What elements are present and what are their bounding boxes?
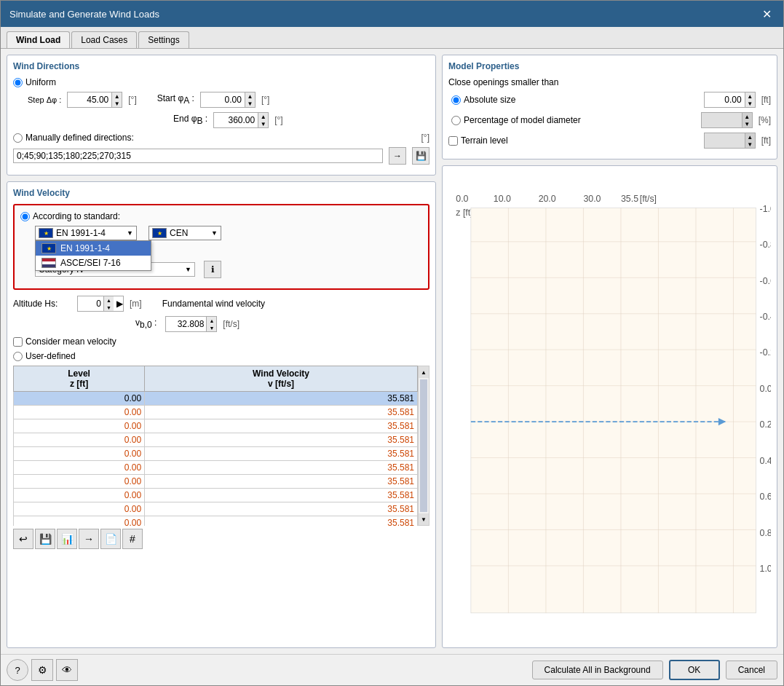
table-row[interactable]: 0.0035.581: [14, 419, 418, 433]
standard-radio-label[interactable]: According to standard:: [20, 211, 120, 221]
altitude-input[interactable]: ▲ ▼ ▶: [77, 296, 124, 312]
start-value-input[interactable]: [201, 93, 245, 106]
step-down-btn[interactable]: ▼: [111, 100, 122, 107]
terrain-checkbox[interactable]: [448, 136, 458, 146]
scroll-thumb[interactable]: [420, 379, 427, 512]
end-up-btn[interactable]: ▲: [258, 113, 268, 120]
altitude-value-input[interactable]: [78, 298, 103, 310]
table-import-btn[interactable]: ↩: [13, 529, 33, 549]
start-up-btn[interactable]: ▲: [245, 92, 255, 100]
info-btn[interactable]: ℹ: [204, 261, 221, 278]
table-row[interactable]: 0.0035.581: [14, 392, 418, 406]
vb0-value-input[interactable]: [166, 318, 206, 330]
user-defined-radio[interactable]: [13, 352, 23, 361]
scroll-up-btn[interactable]: ▲: [419, 366, 429, 378]
dropdown-item-asce[interactable]: ASCE/SEI 7-16: [36, 256, 151, 270]
table-chart-btn[interactable]: 📊: [57, 529, 77, 549]
standard-dropdown-container: ★ EN 1991-1-4 ▼ ★ EN 1991-1-4: [35, 226, 137, 240]
abs-up-btn[interactable]: ▲: [745, 92, 755, 100]
eu-flag-small-icon: ★: [41, 243, 56, 253]
end-down-btn[interactable]: ▼: [258, 120, 268, 127]
mean-vel-checkbox-label[interactable]: Consider mean velocity: [13, 336, 116, 347]
start-input[interactable]: ▲ ▼: [200, 92, 256, 108]
table-save-btn[interactable]: 💾: [35, 529, 55, 549]
table-row[interactable]: 0.0035.581: [14, 461, 418, 475]
mean-vel-checkbox[interactable]: [13, 337, 23, 347]
table-row[interactable]: 0.0035.581: [14, 447, 418, 461]
abs-down-btn[interactable]: ▼: [745, 100, 755, 107]
table-row[interactable]: 0.0035.581: [14, 502, 418, 516]
eu-flag-icon: ★: [39, 228, 53, 238]
terrain-input[interactable]: ▲ ▼: [704, 133, 756, 149]
pct-down-btn[interactable]: ▼: [742, 120, 752, 127]
uniform-radio-label[interactable]: Uniform: [13, 77, 56, 87]
percentage-input[interactable]: ▲ ▼: [701, 112, 753, 128]
pct-up-btn[interactable]: ▲: [742, 113, 752, 120]
uniform-radio[interactable]: [13, 78, 23, 87]
absolute-radio-label[interactable]: Absolute size: [451, 95, 515, 105]
y-tick-08: 0.8: [760, 528, 771, 538]
step-input[interactable]: ▲ ▼: [67, 92, 122, 108]
altitude-down-btn[interactable]: ▼: [103, 304, 114, 311]
percentage-radio-label[interactable]: Percentage of model diameter: [451, 115, 581, 125]
y-tick-m08: -0.8: [760, 240, 771, 250]
table-row[interactable]: 0.0035.581: [14, 433, 418, 447]
manual-radio-label[interactable]: Manually defined directions:: [13, 133, 134, 143]
standard-radio[interactable]: [20, 212, 30, 221]
absolute-input[interactable]: ▲ ▼: [704, 92, 756, 108]
table-row[interactable]: 0.0035.581: [14, 516, 418, 527]
scroll-down-btn[interactable]: ▼: [419, 513, 429, 525]
table-row[interactable]: 0.0035.581: [14, 489, 418, 502]
step-up-btn[interactable]: ▲: [111, 92, 122, 100]
help-btn[interactable]: ?: [7, 659, 28, 681]
absolute-radio[interactable]: [451, 95, 461, 105]
tab-wind-load[interactable]: Wind Load: [7, 31, 70, 48]
terrain-down-btn[interactable]: ▼: [745, 141, 755, 148]
view-btn[interactable]: 👁: [56, 659, 78, 681]
category-arrow-icon: ▼: [185, 266, 191, 273]
absolute-size-row: Absolute size ▲ ▼ [ft]: [451, 92, 771, 108]
settings-btn[interactable]: ⚙: [31, 659, 53, 681]
table-scrollbar[interactable]: ▲ ▼: [418, 366, 429, 526]
terrain-up-btn[interactable]: ▲: [745, 133, 755, 141]
wind-directions-section: Wind Directions Uniform Step Δφ : ▲: [7, 55, 436, 176]
save-directions-btn[interactable]: 💾: [412, 147, 429, 165]
table-doc-btn[interactable]: 📄: [100, 529, 121, 549]
percentage-radio[interactable]: [451, 116, 461, 125]
y-tick-m04: -0.4: [760, 312, 771, 322]
dropdown-item-en1991[interactable]: ★ EN 1991-1-4: [36, 241, 151, 256]
vb0-up-btn[interactable]: ▲: [206, 317, 216, 324]
table-scroll[interactable]: Levelz [ft] Wind Velocityv [ft/s] 0.0035…: [13, 366, 418, 526]
altitude-up-btn[interactable]: ▲: [103, 296, 114, 304]
step-value-input[interactable]: [68, 93, 111, 106]
tool-icons-group: ? ⚙ 👁: [7, 659, 78, 681]
standard-select[interactable]: ★ EN 1991-1-4 ▼: [35, 226, 137, 240]
calculate-background-btn[interactable]: Calculate All in Background: [532, 661, 663, 679]
table-calc-btn[interactable]: #: [122, 529, 143, 549]
user-defined-radio-label[interactable]: User-defined: [13, 351, 76, 361]
manual-directions-input[interactable]: [13, 149, 383, 163]
table-arrow-btn[interactable]: →: [79, 529, 99, 549]
absolute-value-input[interactable]: [705, 93, 745, 106]
manual-radio[interactable]: [13, 133, 23, 143]
vb0-input[interactable]: ▲ ▼: [165, 316, 217, 332]
end-input[interactable]: ▲ ▼: [213, 112, 269, 128]
tab-settings[interactable]: Settings: [138, 31, 189, 48]
tab-load-cases[interactable]: Load Cases: [71, 31, 137, 48]
cancel-btn[interactable]: Cancel: [726, 661, 777, 679]
table-row[interactable]: 0.0035.581: [14, 475, 418, 489]
norm-select[interactable]: ★ CEN ▼: [149, 226, 221, 240]
y-tick-02: 0.2: [760, 419, 771, 430]
terrain-value-input[interactable]: [705, 134, 745, 147]
col-velocity: Wind Velocityv [ft/s]: [145, 366, 418, 392]
vb0-down-btn[interactable]: ▼: [206, 324, 216, 331]
terrain-checkbox-label[interactable]: Terrain level: [448, 135, 508, 146]
percentage-value-input[interactable]: [702, 114, 742, 127]
table-row[interactable]: 0.0035.581: [14, 406, 418, 419]
altitude-right-arrow[interactable]: ▶: [116, 299, 123, 309]
start-down-btn[interactable]: ▼: [245, 100, 255, 107]
end-value-input[interactable]: [214, 114, 258, 127]
import-btn[interactable]: →: [389, 147, 406, 165]
ok-btn[interactable]: OK: [669, 660, 720, 680]
close-button[interactable]: ✕: [759, 7, 775, 21]
